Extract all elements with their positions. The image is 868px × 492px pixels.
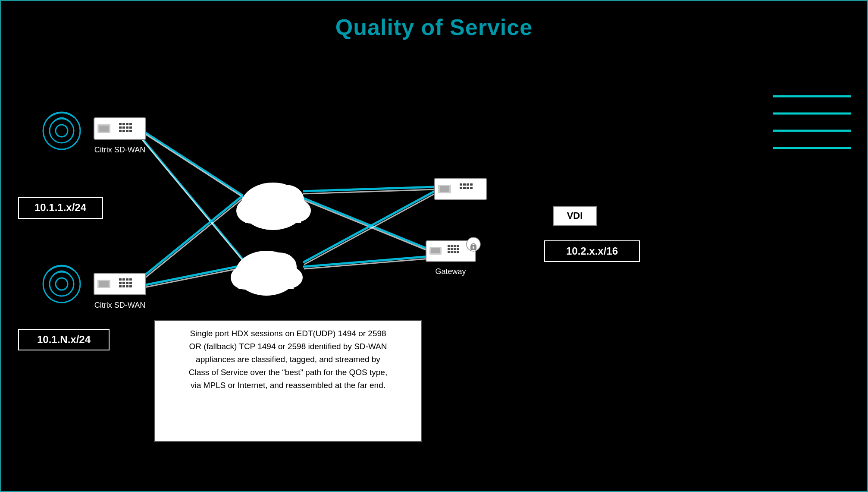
svg-line-4 <box>139 196 243 280</box>
svg-rect-67 <box>467 187 469 189</box>
svg-rect-63 <box>467 183 469 186</box>
svg-rect-73 <box>451 245 453 247</box>
ip-label-right: 10.2.x.x/16 <box>566 245 618 257</box>
svg-rect-54 <box>119 285 122 287</box>
svg-rect-27 <box>238 277 294 289</box>
svg-rect-81 <box>451 251 453 253</box>
svg-rect-62 <box>463 183 466 186</box>
svg-rect-76 <box>448 248 450 250</box>
page-title: Quality of Service <box>1 1 867 40</box>
svg-rect-68 <box>470 187 473 189</box>
sdwan-label-top: Citrix SD-WAN <box>94 145 145 154</box>
svg-rect-77 <box>451 248 453 250</box>
svg-rect-56 <box>126 285 128 287</box>
svg-rect-71 <box>431 248 440 253</box>
svg-line-0 <box>139 129 243 196</box>
svg-line-10 <box>302 198 435 252</box>
svg-point-92 <box>56 278 68 290</box>
svg-line-13 <box>304 193 436 265</box>
svg-point-91 <box>50 272 74 296</box>
svg-rect-61 <box>460 183 462 186</box>
svg-rect-42 <box>129 130 132 132</box>
svg-rect-78 <box>454 248 456 250</box>
svg-rect-36 <box>122 126 125 129</box>
svg-rect-41 <box>126 130 128 132</box>
svg-rect-51 <box>122 282 125 284</box>
svg-rect-34 <box>129 123 132 125</box>
svg-rect-83 <box>457 251 459 253</box>
desc-line2: OR (fallback) TCP 1494 or 2598 identifie… <box>189 342 387 351</box>
vdi-label: VDI <box>567 210 583 221</box>
svg-rect-66 <box>463 187 466 189</box>
svg-line-14 <box>303 256 435 267</box>
svg-rect-79 <box>457 248 459 250</box>
svg-rect-37 <box>126 126 128 129</box>
svg-rect-32 <box>122 123 125 125</box>
svg-rect-65 <box>460 187 462 189</box>
desc-line1: Single port HDX sessions on EDT(UDP) 149… <box>190 329 386 338</box>
ip-label-bottom: 10.1.N.x/24 <box>37 334 91 345</box>
svg-rect-50 <box>119 282 122 284</box>
svg-point-89 <box>56 125 68 137</box>
svg-rect-49 <box>129 278 132 281</box>
svg-line-15 <box>304 258 436 269</box>
svg-rect-57 <box>129 285 132 287</box>
desc-line3: appliances are classified, tagged, and s… <box>196 355 380 364</box>
svg-rect-82 <box>454 251 456 253</box>
svg-rect-47 <box>122 278 125 281</box>
svg-rect-31 <box>119 123 122 125</box>
svg-rect-52 <box>126 282 128 284</box>
network-diagram: Citrix SD-WAN Citrix SD-WAN <box>1 44 868 492</box>
svg-rect-46 <box>119 278 122 281</box>
svg-rect-72 <box>448 245 450 247</box>
svg-line-1 <box>139 135 247 265</box>
svg-rect-75 <box>457 245 459 247</box>
svg-rect-55 <box>122 285 125 287</box>
svg-line-2 <box>140 131 244 198</box>
svg-rect-60 <box>440 186 449 192</box>
svg-rect-21 <box>245 210 301 223</box>
svg-rect-74 <box>454 245 456 247</box>
sdwan-label-bottom: Citrix SD-WAN <box>94 301 145 309</box>
svg-rect-48 <box>126 278 128 281</box>
desc-line4: Class of Service over the “best” path fo… <box>189 368 387 377</box>
svg-rect-64 <box>470 183 473 186</box>
gateway-label: Gateway <box>435 267 466 276</box>
svg-rect-86 <box>473 246 474 249</box>
svg-rect-38 <box>129 126 132 129</box>
svg-rect-40 <box>122 130 125 132</box>
svg-rect-80 <box>448 251 450 253</box>
svg-rect-39 <box>119 130 122 132</box>
svg-rect-53 <box>129 282 132 284</box>
main-container: Quality of Service <box>0 0 868 492</box>
svg-rect-35 <box>119 126 122 129</box>
ip-label-top: 10.1.1.x/24 <box>34 202 87 213</box>
svg-rect-45 <box>99 281 109 287</box>
svg-line-3 <box>140 137 248 267</box>
svg-rect-30 <box>99 126 109 132</box>
svg-line-12 <box>303 191 435 262</box>
desc-line5: via MPLS or Internet, and reassembled at… <box>191 381 385 390</box>
svg-rect-33 <box>126 123 128 125</box>
